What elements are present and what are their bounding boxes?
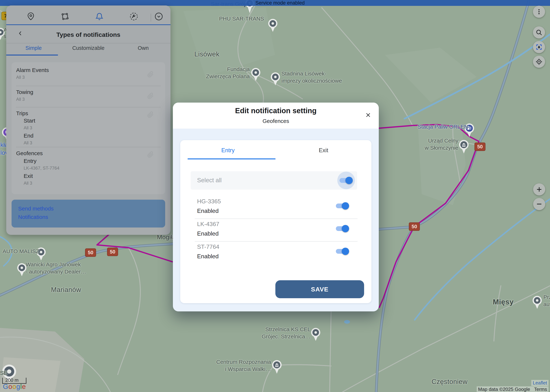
vehicle-name: LK-4367	[197, 221, 219, 228]
vehicle-toggle-hg-3365[interactable]	[336, 202, 348, 210]
vehicle-toggle-st-7764[interactable]	[336, 248, 348, 255]
modal-title: Edit notification setting	[173, 107, 379, 115]
vehicle-name: ST-7764	[197, 244, 219, 250]
vehicle-status: Enabled	[197, 230, 219, 237]
row-divider	[195, 241, 357, 242]
row-divider	[195, 218, 357, 219]
close-button[interactable]	[363, 110, 373, 120]
modal-card: Entry Exit Select all HG-3365 Enabled LK…	[180, 140, 371, 303]
close-icon	[365, 112, 371, 118]
vehicle-status: Enabled	[197, 253, 219, 260]
vehicle-toggle-lk-4367[interactable]	[336, 225, 348, 232]
select-all-toggle[interactable]	[340, 177, 352, 184]
modal-tab-entry[interactable]: Entry	[180, 147, 276, 154]
modal-subtitle: Geofences	[173, 118, 379, 124]
vehicle-name: HG-3365	[197, 198, 221, 205]
modal-tab-exit[interactable]: Exit	[276, 147, 371, 154]
modal-header: Edit notification setting Geofences	[173, 103, 379, 129]
select-all-row: Select all	[191, 171, 357, 189]
app-screen: Sar-trans Grójec PHU SAR-TRANS Lisówek F…	[0, 0, 550, 392]
edit-notification-modal: Edit notification setting Geofences Entr…	[173, 103, 379, 311]
select-all-label: Select all	[197, 177, 222, 184]
save-button[interactable]: SAVE	[275, 280, 364, 298]
vehicle-status: Enabled	[197, 208, 219, 214]
modal-active-tab-indicator	[187, 158, 276, 159]
